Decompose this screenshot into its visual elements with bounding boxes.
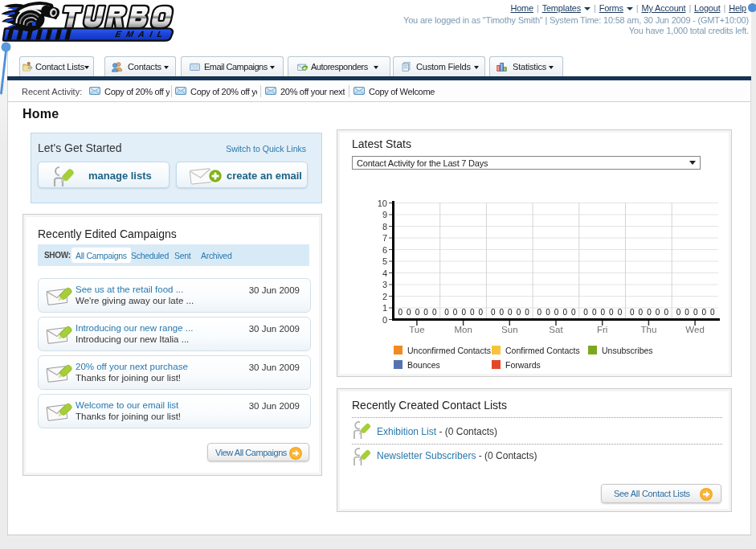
svg-text:0: 0	[546, 308, 550, 317]
svg-text:0: 0	[676, 308, 681, 317]
svg-text:0: 0	[525, 308, 529, 317]
svg-text:10: 10	[378, 199, 387, 208]
svg-text:0: 0	[562, 308, 567, 317]
svg-text:0: 0	[618, 308, 623, 317]
svg-text:3: 3	[382, 280, 387, 289]
svg-text:0: 0	[583, 308, 588, 317]
svg-text:7: 7	[382, 233, 387, 243]
svg-text:Unsubscribes: Unsubscribes	[602, 346, 653, 355]
svg-text:0: 0	[382, 315, 387, 325]
svg-text:Thu: Thu	[640, 325, 656, 334]
svg-text:0: 0	[656, 308, 660, 317]
svg-text:0: 0	[398, 308, 403, 317]
svg-text:0: 0	[453, 308, 458, 317]
svg-text:0: 0	[647, 308, 652, 317]
svg-text:0: 0	[517, 308, 521, 317]
svg-text:Wed: Wed	[685, 325, 704, 334]
svg-text:0: 0	[702, 308, 707, 317]
svg-text:5: 5	[382, 256, 387, 266]
svg-text:0: 0	[609, 308, 614, 317]
svg-text:Bounces: Bounces	[407, 360, 440, 370]
svg-text:0: 0	[423, 308, 428, 317]
svg-text:0: 0	[500, 308, 505, 317]
svg-text:4: 4	[382, 268, 387, 278]
svg-text:0: 0	[432, 308, 437, 317]
svg-text:0: 0	[710, 308, 715, 317]
svg-text:0: 0	[571, 308, 576, 317]
svg-text:9: 9	[382, 210, 387, 219]
svg-text:EMAIL: EMAIL	[114, 30, 169, 39]
svg-text:0: 0	[639, 308, 644, 317]
svg-text:0: 0	[461, 308, 466, 317]
svg-text:0: 0	[630, 308, 635, 317]
svg-text:0: 0	[664, 308, 668, 317]
svg-text:0: 0	[693, 308, 698, 317]
svg-text:Fri: Fri	[597, 325, 607, 334]
svg-text:0: 0	[508, 308, 513, 317]
svg-text:0: 0	[537, 308, 542, 317]
svg-text:2: 2	[382, 292, 387, 301]
svg-text:0: 0	[407, 308, 411, 317]
svg-text:Confirmed Contacts: Confirmed Contacts	[505, 346, 580, 355]
svg-text:1: 1	[382, 303, 387, 313]
svg-text:0: 0	[444, 308, 449, 317]
svg-text:Sat: Sat	[549, 325, 563, 334]
svg-text:0: 0	[592, 308, 597, 317]
svg-text:Forwards: Forwards	[505, 360, 541, 370]
svg-text:0: 0	[470, 308, 475, 317]
svg-text:Unconfirmed Contacts: Unconfirmed Contacts	[407, 346, 491, 355]
svg-text:0: 0	[684, 308, 689, 317]
svg-text:0: 0	[491, 308, 496, 317]
svg-text:Sun: Sun	[501, 325, 517, 334]
svg-text:0: 0	[554, 308, 559, 317]
svg-text:8: 8	[382, 222, 387, 231]
svg-text:Tue: Tue	[409, 325, 424, 334]
svg-text:0: 0	[479, 308, 484, 317]
svg-text:0: 0	[601, 308, 606, 317]
svg-text:0: 0	[415, 308, 420, 317]
svg-text:6: 6	[382, 245, 387, 255]
svg-text:Mon: Mon	[454, 325, 472, 334]
